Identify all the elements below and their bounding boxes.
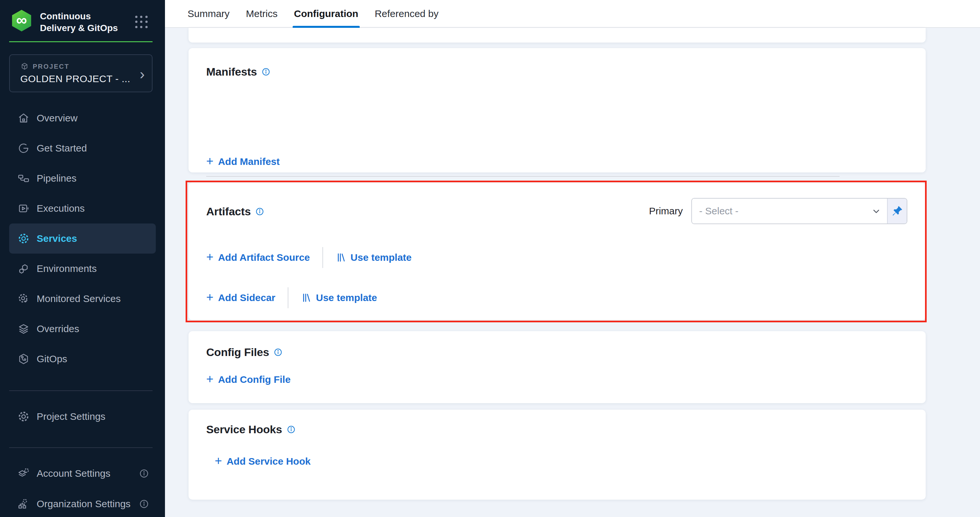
- main-area: Summary Metrics Configuration Referenced…: [165, 0, 980, 517]
- sidebar-item-label: Overview: [37, 113, 78, 124]
- sidebar-item-label: Overrides: [37, 323, 79, 334]
- primary-label: Primary: [649, 205, 683, 216]
- add-sidecar-button[interactable]: + Add Sidecar: [206, 292, 275, 303]
- sidebar-item-label: Environments: [37, 263, 97, 274]
- config-files-title: Config Files: [206, 346, 269, 359]
- info-icon[interactable]: [287, 425, 296, 434]
- template-library-icon: [336, 252, 346, 263]
- add-manifest-button[interactable]: + Add Manifest: [206, 156, 280, 167]
- get-started-icon: [17, 142, 30, 155]
- gitops-icon: [17, 352, 30, 366]
- tab-configuration[interactable]: Configuration: [294, 0, 358, 27]
- manifests-card: Manifests + Add Manifest + Add Additiona…: [189, 48, 926, 172]
- product-title-line1: Continuous: [40, 11, 118, 22]
- product-title: Continuous Delivery & GitOps: [40, 11, 118, 34]
- primary-artifact-select[interactable]: - Select -: [692, 199, 887, 223]
- org-chart-icon: [17, 497, 30, 511]
- primary-select-group: - Select -: [691, 198, 907, 224]
- sidebar: ∞ Continuous Delivery & GitOps PROJECT G…: [0, 0, 165, 517]
- monitored-services-icon: [17, 292, 30, 305]
- add-sidecar-label: Add Sidecar: [218, 292, 275, 303]
- use-template-label: Use template: [350, 252, 412, 263]
- primary-artifact-row: Primary - Select -: [649, 198, 907, 224]
- plus-icon: +: [206, 374, 213, 384]
- use-template-artifact-button[interactable]: Use template: [336, 252, 412, 263]
- app-window: ∞ Continuous Delivery & GitOps PROJECT G…: [0, 0, 980, 517]
- info-icon[interactable]: [139, 469, 149, 479]
- info-icon[interactable]: [255, 207, 264, 216]
- manifests-divider: [206, 176, 840, 177]
- use-template-sidecar-button[interactable]: Use template: [301, 292, 377, 303]
- infinity-icon: ∞: [16, 13, 27, 27]
- add-service-hook-label: Add Service Hook: [226, 456, 311, 467]
- gear-icon: [17, 232, 30, 245]
- plus-icon: +: [206, 156, 213, 166]
- sidebar-item-services[interactable]: Services: [9, 223, 156, 254]
- pushpin-icon: [891, 205, 904, 217]
- tab-metrics[interactable]: Metrics: [246, 0, 278, 27]
- chevron-right-icon: ›: [140, 65, 145, 83]
- module-switcher-icon[interactable]: [135, 16, 148, 29]
- sidebar-divider: [9, 447, 153, 448]
- sidebar-item-gitops[interactable]: GitOps: [0, 344, 165, 374]
- sidebar-item-label: Organization Settings: [37, 498, 130, 509]
- project-selector[interactable]: PROJECT GOLDEN PROJECT - ... ›: [9, 54, 153, 92]
- vertical-divider: [322, 247, 323, 268]
- add-service-hook-button[interactable]: + Add Service Hook: [215, 456, 311, 467]
- service-hooks-title: Service Hooks: [206, 423, 282, 436]
- sidebar-item-organization-settings[interactable]: Organization Settings: [0, 489, 165, 517]
- tab-label: Metrics: [246, 8, 278, 19]
- info-icon[interactable]: [261, 67, 270, 76]
- sidebar-item-pipelines[interactable]: Pipelines: [0, 163, 165, 193]
- tab-summary[interactable]: Summary: [188, 0, 229, 27]
- add-config-file-label: Add Config File: [218, 374, 291, 385]
- add-artifact-source-button[interactable]: + Add Artifact Source: [206, 252, 310, 263]
- add-config-file-button[interactable]: + Add Config File: [206, 374, 291, 385]
- tab-referenced-by[interactable]: Referenced by: [375, 0, 439, 27]
- add-artifact-source-label: Add Artifact Source: [218, 252, 310, 263]
- sidebar-item-label: Pipelines: [37, 173, 76, 184]
- sidebar-item-overview[interactable]: Overview: [0, 103, 165, 133]
- sidebar-item-get-started[interactable]: Get Started: [0, 133, 165, 163]
- select-placeholder: - Select -: [699, 205, 738, 216]
- sidebar-item-label: Get Started: [37, 143, 87, 154]
- config-files-card: Config Files + Add Config File: [189, 331, 926, 403]
- sidebar-item-project-settings[interactable]: Project Settings: [0, 401, 165, 432]
- card-partial-top: [189, 28, 926, 43]
- harness-cd-logo[interactable]: ∞: [11, 10, 32, 32]
- service-hooks-card: Service Hooks + Add Service Hook: [189, 410, 926, 500]
- sidebar-item-label: Executions: [37, 203, 85, 214]
- sidebar-item-overrides[interactable]: Overrides: [0, 314, 165, 344]
- sidebar-item-account-settings[interactable]: Account Settings: [0, 458, 165, 488]
- pin-button[interactable]: [887, 199, 907, 223]
- plus-icon: +: [215, 456, 222, 466]
- artifacts-card: Artifacts Primary - Select -: [189, 183, 926, 320]
- brand-green-rule: [9, 41, 153, 42]
- sidebar-nav: Overview Get Started Pipelines Execution…: [0, 103, 165, 374]
- info-icon[interactable]: [274, 348, 283, 357]
- sidebar-item-environments[interactable]: Environments: [0, 254, 165, 284]
- configuration-content: Manifests + Add Manifest + Add Additiona…: [165, 28, 980, 516]
- layers-gear-icon: [17, 467, 30, 480]
- use-template-label: Use template: [316, 292, 377, 303]
- project-name: GOLDEN PROJECT - ...: [20, 73, 130, 84]
- gear-icon: [17, 410, 30, 423]
- executions-icon: [17, 202, 30, 215]
- vertical-divider: [288, 287, 288, 308]
- template-library-icon: [301, 293, 311, 303]
- tab-bar: Summary Metrics Configuration Referenced…: [165, 0, 980, 28]
- add-manifest-label: Add Manifest: [218, 156, 280, 167]
- info-icon[interactable]: [139, 499, 149, 509]
- plus-icon: +: [206, 292, 213, 302]
- pipelines-icon: [17, 172, 30, 185]
- tab-label: Configuration: [294, 8, 358, 19]
- sidebar-item-label: Monitored Services: [37, 293, 121, 304]
- home-icon: [17, 111, 30, 125]
- sidebar-item-monitored-services[interactable]: Monitored Services: [0, 284, 165, 314]
- chevron-down-icon: [871, 207, 881, 216]
- sidebar-item-label: Account Settings: [37, 468, 110, 479]
- artifacts-title: Artifacts: [206, 205, 251, 218]
- tab-label: Referenced by: [375, 8, 439, 19]
- sidebar-item-executions[interactable]: Executions: [0, 193, 165, 223]
- product-title-line2: Delivery & GitOps: [40, 22, 118, 34]
